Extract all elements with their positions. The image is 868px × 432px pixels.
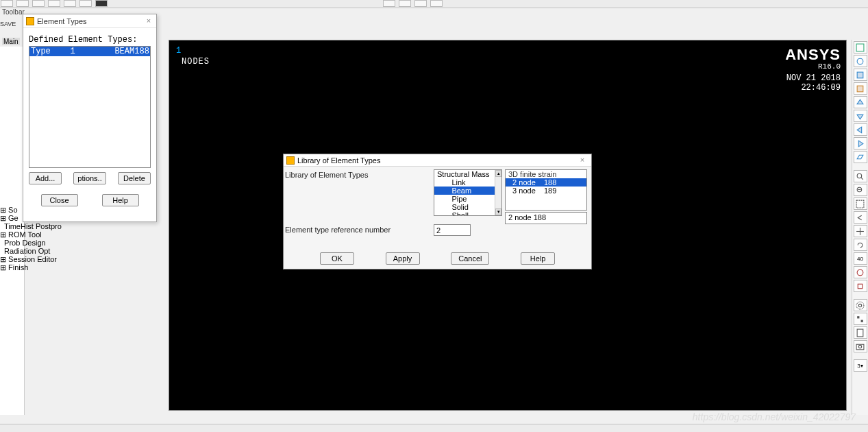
svg-point-14 bbox=[856, 302, 864, 309]
toolbar-button[interactable] bbox=[79, 0, 92, 7]
category-option[interactable]: Link bbox=[434, 178, 501, 187]
element-category-list[interactable]: Structural Mass Link Beam Pipe Solid She… bbox=[434, 169, 502, 216]
category-option[interactable]: Beam bbox=[434, 187, 501, 195]
toolbar-button[interactable] bbox=[430, 0, 443, 7]
dynamic-pan-icon[interactable] bbox=[854, 280, 867, 292]
library-titlebar[interactable]: Library of Element Types × bbox=[284, 154, 591, 167]
graphics-time: 22:46:09 bbox=[801, 83, 841, 93]
watermark-text: https://blog.csdn.net/weixin_42022797 bbox=[693, 411, 856, 422]
view-right-icon[interactable] bbox=[854, 137, 867, 149]
pan-icon[interactable] bbox=[854, 225, 867, 237]
close-button[interactable]: Close bbox=[41, 194, 78, 206]
svg-line-5 bbox=[861, 177, 863, 179]
status-bar bbox=[0, 424, 868, 432]
zoom-back-icon[interactable] bbox=[854, 211, 867, 224]
tree-item[interactable]: Prob Design bbox=[0, 239, 158, 247]
svg-rect-17 bbox=[857, 329, 863, 337]
options-button[interactable]: ptions.. bbox=[73, 172, 106, 184]
svg-point-1 bbox=[857, 58, 863, 64]
main-menu-label: Main bbox=[2, 38, 20, 45]
svg-rect-15 bbox=[857, 316, 859, 318]
svg-rect-12 bbox=[858, 284, 863, 289]
tree-item[interactable]: TimeHist Postpro bbox=[0, 222, 158, 230]
plot-ctrls-icon[interactable] bbox=[854, 313, 867, 325]
zoom-in-icon[interactable] bbox=[854, 170, 867, 182]
toolbar-button[interactable] bbox=[16, 0, 29, 7]
scroll-down-icon[interactable]: ▾ bbox=[495, 208, 501, 215]
view-iso-icon[interactable] bbox=[854, 41, 867, 53]
toolbar-button[interactable] bbox=[32, 0, 45, 7]
ansys-logo-text: ANSYS bbox=[785, 46, 841, 64]
dialog-title: Library of Element Types bbox=[297, 156, 576, 165]
element-types-dialog: Element Types × Defined Element Types: T… bbox=[23, 14, 157, 222]
svg-point-13 bbox=[858, 304, 861, 307]
view-back-icon[interactable] bbox=[854, 82, 867, 95]
svg-rect-0 bbox=[856, 44, 864, 51]
rotate-icon[interactable] bbox=[854, 239, 867, 251]
element-subtype-list[interactable]: 3D finite strain 2 node 188 3 node 189 bbox=[505, 169, 587, 211]
subtype-option[interactable]: 2 node 188 bbox=[506, 178, 586, 187]
apply-button[interactable]: Apply bbox=[386, 252, 420, 265]
toolbar-button[interactable] bbox=[95, 0, 108, 7]
library-label: Library of Element Types bbox=[285, 171, 368, 179]
top-toolbar bbox=[0, 0, 868, 8]
ok-button[interactable]: OK bbox=[320, 252, 354, 265]
rate-icon[interactable]: 40 bbox=[854, 252, 867, 265]
view-oblique-icon[interactable] bbox=[854, 151, 867, 163]
settings-icon[interactable] bbox=[854, 299, 867, 311]
scrollbar[interactable]: ▴ ▾ bbox=[495, 170, 501, 215]
svg-rect-2 bbox=[857, 72, 863, 78]
zoom-box-icon[interactable] bbox=[854, 197, 867, 210]
save-db-button[interactable]: SAVE bbox=[0, 21, 25, 27]
right-toolbar: 40 3▾ bbox=[852, 40, 868, 415]
library-element-types-dialog: Library of Element Types × Library of El… bbox=[283, 154, 592, 269]
view-top-icon[interactable] bbox=[854, 96, 867, 108]
tree-item[interactable]: Radiation Opt bbox=[0, 247, 158, 255]
subtype-header: 3D finite strain bbox=[506, 170, 586, 178]
svg-point-11 bbox=[857, 269, 863, 276]
toolbar-button[interactable] bbox=[414, 0, 427, 7]
graphics-window-number: 1 bbox=[176, 46, 181, 56]
ansys-app-icon bbox=[286, 156, 295, 165]
scroll-up-icon[interactable]: ▴ bbox=[495, 170, 501, 177]
category-option[interactable]: Solid bbox=[434, 203, 501, 211]
help-button[interactable]: Help bbox=[521, 252, 555, 265]
category-option[interactable]: Shell bbox=[434, 211, 501, 216]
view-bottom-icon[interactable] bbox=[854, 110, 867, 122]
element-types-list[interactable]: Type 1 BEAM188 bbox=[29, 46, 151, 168]
svg-rect-3 bbox=[857, 86, 863, 92]
close-icon[interactable]: × bbox=[144, 16, 153, 26]
dynamic-rotate-icon[interactable] bbox=[854, 266, 867, 278]
toolbar-button[interactable] bbox=[48, 0, 60, 7]
view-front-icon[interactable] bbox=[854, 69, 867, 81]
delete-button[interactable]: Delete bbox=[118, 172, 151, 184]
element-types-titlebar[interactable]: Element Types × bbox=[23, 14, 156, 28]
toolbar-button[interactable] bbox=[64, 0, 76, 7]
toolbar-button[interactable] bbox=[399, 0, 411, 7]
toolbar-button[interactable] bbox=[1, 0, 13, 7]
graphics-date: NOV 21 2018 bbox=[786, 73, 841, 83]
zoom-out-icon[interactable] bbox=[854, 184, 867, 196]
element-type-row[interactable]: Type 1 BEAM188 bbox=[29, 47, 150, 56]
view-left-icon[interactable] bbox=[854, 123, 867, 136]
close-icon[interactable]: × bbox=[576, 155, 588, 166]
cancel-button[interactable]: Cancel bbox=[451, 252, 489, 265]
tree-item[interactable]: ⊞ Session Editor bbox=[0, 255, 158, 263]
category-option[interactable]: Pipe bbox=[434, 195, 501, 203]
reference-number-label: Element type reference number bbox=[285, 226, 390, 234]
svg-rect-16 bbox=[861, 320, 863, 322]
report-icon[interactable] bbox=[854, 326, 867, 339]
capture-icon[interactable] bbox=[854, 340, 867, 352]
category-option[interactable]: Structural Mass bbox=[434, 170, 501, 178]
view-fit-icon[interactable] bbox=[854, 55, 867, 67]
subtype-option[interactable]: 3 node 189 bbox=[506, 187, 586, 195]
tree-item[interactable]: ⊞ ROM Tool bbox=[0, 230, 158, 239]
selected-subtype-field[interactable]: 2 node 188 bbox=[505, 212, 587, 224]
add-button[interactable]: Add... bbox=[29, 172, 62, 184]
toolbar-button[interactable] bbox=[383, 0, 395, 7]
tree-item[interactable]: ⊞ Finish bbox=[0, 263, 158, 272]
help-button[interactable]: Help bbox=[102, 194, 139, 206]
toolbox-label: Toolbar bbox=[2, 8, 25, 16]
raise-hidden-icon[interactable]: 3▾ bbox=[854, 359, 867, 372]
reference-number-input[interactable] bbox=[434, 224, 471, 236]
